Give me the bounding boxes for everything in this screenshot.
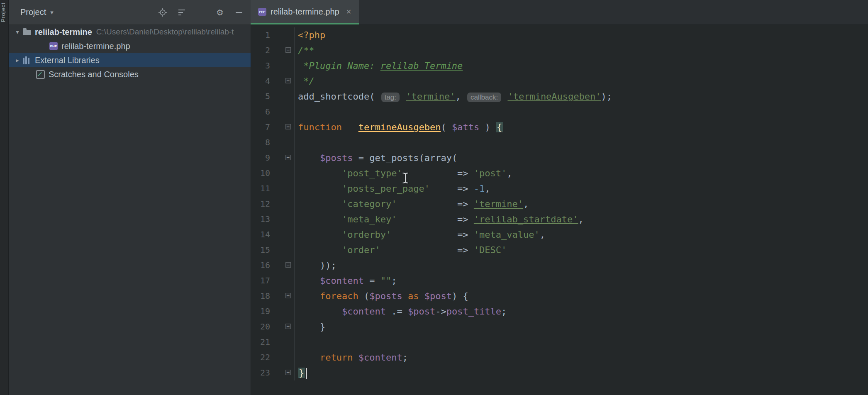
code-line-22[interactable]: 22 return $content; xyxy=(251,350,868,365)
fold-marker[interactable]: − xyxy=(285,155,291,160)
code-line-20[interactable]: 20− } xyxy=(251,319,868,334)
code-token: 'category' xyxy=(342,199,397,209)
tree-item-external-libraries[interactable]: ▸External Libraries xyxy=(9,53,251,67)
code-line-3[interactable]: 3 *Plugin Name: relilab Termine xyxy=(251,58,868,73)
gutter: − xyxy=(270,319,295,334)
chevron-down-icon[interactable]: ▾ xyxy=(50,9,54,16)
code-line-14[interactable]: 14 'orderby' => 'meta_value', xyxy=(251,227,868,242)
settings-gear-icon[interactable]: ⚙ xyxy=(214,7,226,18)
gutter xyxy=(270,196,295,212)
code-line-9[interactable]: 9− $posts = get_posts(array( xyxy=(251,150,868,166)
gutter: − xyxy=(270,365,295,380)
code-line-13[interactable]: 13 'meta_key' => 'relilab_startdate', xyxy=(251,212,868,227)
code-token: post_title xyxy=(446,306,501,317)
fold-marker[interactable]: − xyxy=(285,324,291,329)
tab-label: relilab-termine.php xyxy=(271,7,339,17)
code-token xyxy=(298,183,342,194)
line-number: 11 xyxy=(251,181,270,196)
code-token: ( xyxy=(358,291,370,301)
code-line-1[interactable]: 1<?php xyxy=(251,27,868,43)
code-token: ; xyxy=(501,306,507,317)
code-token: $posts xyxy=(369,291,402,301)
editor-tab-relilab-termine[interactable]: PHP relilab-termine.php ✕ xyxy=(251,0,359,24)
code-text xyxy=(295,334,298,350)
code-line-5[interactable]: 5add_shortcode( tag: 'termine', callback… xyxy=(251,89,868,104)
code-line-6[interactable]: 6 xyxy=(251,104,868,119)
code-line-11[interactable]: 11 'posts_per_page' => -1, xyxy=(251,181,868,196)
code-editor[interactable]: 1<?php2−/**3 *Plugin Name: relilab Termi… xyxy=(251,25,868,395)
fold-marker[interactable]: − xyxy=(285,370,291,375)
code-line-15[interactable]: 15 'order' => 'DESC' xyxy=(251,242,868,258)
code-line-23[interactable]: 23−} xyxy=(251,365,868,380)
main-area: Project ▾ ⚙ xyxy=(9,0,868,395)
locate-file-icon[interactable] xyxy=(157,7,168,18)
code-token: 'post_type' xyxy=(342,168,402,178)
project-panel-header: Project ▾ ⚙ xyxy=(9,0,251,25)
code-token: 'order' xyxy=(342,245,380,255)
code-line-21[interactable]: 21 xyxy=(251,334,868,350)
project-tree[interactable]: ▾relilab-termineC:\Users\Daniel\Desktop\… xyxy=(9,25,251,395)
line-number: 4 xyxy=(251,73,270,89)
code-token xyxy=(298,306,342,317)
fold-marker[interactable]: − xyxy=(285,124,291,129)
code-token: foreach xyxy=(320,291,358,301)
project-root-path: C:\Users\Daniel\Desktop\relilab\relilab-… xyxy=(96,27,234,37)
chevron-right-icon[interactable]: ▸ xyxy=(12,57,23,63)
code-token: relilab Termine xyxy=(380,61,463,71)
code-token xyxy=(419,291,424,301)
tree-item-relilab-termine[interactable]: ▾relilab-termineC:\Users\Daniel\Desktop\… xyxy=(9,25,251,39)
code-text: <?php xyxy=(295,27,325,43)
code-token: 'meta_value' xyxy=(474,229,540,240)
tool-window-stripe: Project xyxy=(0,0,9,395)
close-tab-icon[interactable]: ✕ xyxy=(346,8,351,16)
code-line-12[interactable]: 12 'category' => 'termine', xyxy=(251,196,868,212)
code-token xyxy=(298,199,342,209)
code-line-4[interactable]: 4− */ xyxy=(251,73,868,89)
code-token: .= xyxy=(386,306,408,317)
code-token: <?php xyxy=(298,30,325,40)
code-token: -> xyxy=(435,306,446,317)
code-token: return xyxy=(320,352,353,363)
code-token xyxy=(298,291,320,301)
code-token: 'termine' xyxy=(406,91,455,102)
code-token: , xyxy=(523,199,529,209)
parameter-hint: callback: xyxy=(467,93,501,102)
fold-marker[interactable]: − xyxy=(285,47,291,53)
hide-panel-icon[interactable] xyxy=(233,7,245,18)
code-line-10[interactable]: 10 'post_type' => 'post', xyxy=(251,166,868,181)
code-token: 'meta_key' xyxy=(342,214,397,224)
code-line-18[interactable]: 18− foreach ($posts as $post) { xyxy=(251,288,868,304)
panel-title[interactable]: Project xyxy=(20,7,46,17)
line-number: 9 xyxy=(251,150,270,166)
chevron-down-icon[interactable]: ▾ xyxy=(12,29,23,35)
code-text: 'order' => 'DESC' xyxy=(295,242,507,258)
code-token: { xyxy=(496,122,503,132)
code-line-8[interactable]: 8 xyxy=(251,135,868,150)
code-token: */ xyxy=(298,76,315,86)
project-stripe-label[interactable]: Project xyxy=(0,2,6,22)
code-token: => xyxy=(397,214,473,224)
code-line-7[interactable]: 7−function termineAusgeben( $atts ) { xyxy=(251,119,868,135)
fold-marker[interactable]: − xyxy=(285,262,291,268)
tree-item-relilab-termine-php[interactable]: PHPrelilab-termine.php xyxy=(9,39,251,53)
collapse-all-icon[interactable] xyxy=(176,7,188,18)
code-line-16[interactable]: 16− )); xyxy=(251,258,868,273)
ide-window: Project Project ▾ xyxy=(0,0,868,395)
code-token: /** xyxy=(298,45,315,56)
code-line-2[interactable]: 2−/** xyxy=(251,43,868,58)
gutter xyxy=(270,135,295,150)
fold-marker[interactable]: − xyxy=(285,293,291,298)
tree-item-scratches-and-consoles[interactable]: Scratches and Consoles xyxy=(9,67,251,81)
code-token: => xyxy=(402,168,474,178)
code-token xyxy=(402,291,408,301)
code-token xyxy=(353,352,358,363)
line-number: 17 xyxy=(251,273,270,288)
code-token: => xyxy=(391,229,474,240)
fold-marker[interactable]: − xyxy=(285,78,291,83)
code-token: $post xyxy=(408,306,435,317)
code-text: add_shortcode( tag: 'termine', callback:… xyxy=(295,89,612,104)
tree-item-label: relilab-termine xyxy=(35,27,92,37)
code-token: , xyxy=(578,214,584,224)
code-line-17[interactable]: 17 $content = ""; xyxy=(251,273,868,288)
code-line-19[interactable]: 19 $content .= $post->post_title; xyxy=(251,304,868,319)
